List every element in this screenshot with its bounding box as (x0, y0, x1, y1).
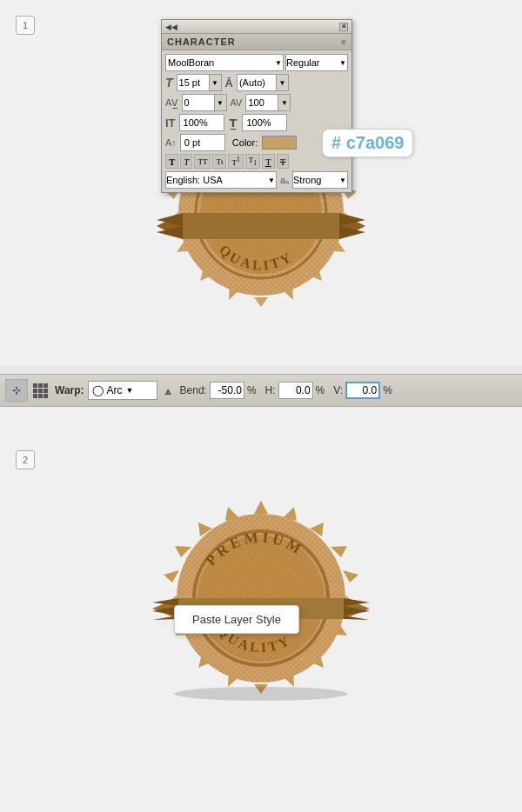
leading-field: ▼ (237, 74, 289, 91)
kerning-input[interactable] (183, 97, 214, 108)
font-size-input[interactable] (177, 77, 209, 88)
horiz-scale-icon: T̲ (230, 116, 238, 130)
language-wrapper: English: USA ▼ (165, 171, 277, 189)
type-btn-italic[interactable]: T (180, 154, 192, 169)
size-leading-row: T ▼ Ā ▼ (165, 74, 348, 91)
panel-menu-icon[interactable]: ≡ (341, 37, 346, 47)
panel-titlebar: ◀◀ ✕ (162, 20, 351, 34)
font-size-icon: T (165, 76, 173, 90)
warp-v-group: V: % (333, 382, 392, 399)
badge2-svg: PREMIUM QUALITY (122, 469, 400, 730)
font-row: MoolBoran ▼ Regular ▼ (165, 54, 348, 71)
color-swatch[interactable] (262, 136, 297, 150)
tracking-input[interactable] (246, 97, 278, 108)
svg-marker-9 (254, 297, 268, 307)
v-label: V: (333, 384, 343, 396)
step2-number: 2 (16, 450, 35, 469)
panel-close-button[interactable]: ✕ (339, 23, 348, 31)
warp-style-icon: ◯ (92, 384, 104, 396)
antialias-label: aₐ (280, 175, 289, 186)
type-btn-strikethrough[interactable]: T (277, 154, 290, 169)
vert-scale-field[interactable]: 100% (179, 114, 224, 131)
paste-layer-style-tooltip[interactable]: Paste Layer Style (174, 605, 299, 634)
warp-label: Warp: (55, 384, 84, 396)
h-pct: % (316, 384, 325, 396)
type-btn-sub[interactable]: T1 (245, 154, 260, 169)
h-label: H: (265, 384, 276, 396)
svg-marker-37 (343, 570, 358, 582)
svg-point-65 (174, 687, 348, 701)
font-size-arrow[interactable]: ▼ (209, 75, 221, 90)
badge2-container: PREMIUM QUALITY (70, 417, 452, 782)
type-btn-allcaps[interactable]: TT (194, 154, 211, 169)
svg-marker-24 (183, 213, 339, 239)
bend-input[interactable] (210, 382, 244, 399)
leading-icon: Ā (225, 77, 233, 90)
tracking-icon: AV (231, 97, 243, 108)
warp-toolbar: ⊹ Warp: ◯ Arc ▼ ⟁ Bend: % H: % V: % (0, 374, 522, 407)
warp-h-group: H: % (265, 382, 325, 399)
v-input[interactable] (345, 382, 380, 399)
lang-row: English: USA ▼ aₐ Strong ▼ (165, 171, 348, 189)
horiz-scale-field[interactable]: 100% (242, 114, 287, 131)
antialias-select[interactable]: Strong (292, 171, 348, 189)
warp-transform-icon: ⟁ (164, 383, 171, 397)
type-buttons-row: T T TT Tt T1 T1 T T (165, 154, 348, 169)
kerning-tracking-row: AV̲ ▼ AV ▼ (165, 94, 348, 111)
panel-header: CHARACTER ≡ (162, 34, 351, 50)
baseline-icon: A↑ (165, 137, 177, 148)
font-style-select[interactable]: Regular (285, 54, 348, 71)
warp-bend-group: Bend: % (180, 382, 257, 399)
baseline-field[interactable]: 0 pt (180, 134, 225, 151)
font-family-wrapper: MoolBoran ▼ (165, 54, 284, 71)
bend-label: Bend: (180, 384, 207, 396)
leading-input[interactable] (238, 77, 276, 88)
font-style-wrapper: Regular ▼ (285, 54, 348, 71)
tracking-field: ▼ (245, 94, 291, 111)
panel-collapse-arrows[interactable]: ◀◀ (165, 23, 177, 31)
hex-tooltip: # c7a069 (322, 129, 413, 157)
type-btn-super[interactable]: T1 (228, 154, 243, 169)
vert-scale-icon: IT (165, 116, 176, 130)
panel-title: CHARACTER (167, 37, 236, 47)
font-size-field: ▼ (177, 74, 222, 91)
type-btn-underline[interactable]: T (262, 154, 275, 169)
antialias-wrapper: Strong ▼ (292, 171, 348, 189)
kerning-arrow[interactable]: ▼ (214, 95, 226, 110)
character-panel: ◀◀ ✕ CHARACTER ≡ MoolBoran ▼ Regular ▼ T (161, 19, 352, 193)
svg-marker-47 (164, 570, 179, 582)
v-pct: % (383, 384, 392, 396)
h-input[interactable] (278, 382, 313, 399)
panel-body: MoolBoran ▼ Regular ▼ T ▼ Ā ▼ (162, 50, 351, 192)
warp-style-dropdown-arrow[interactable]: ▼ (126, 386, 134, 395)
language-select[interactable]: English: USA (165, 171, 277, 189)
svg-marker-64 (344, 616, 370, 620)
kerning-icon: AV̲ (165, 97, 178, 109)
scale-row: IT 100% T̲ 100% (165, 114, 348, 131)
bend-pct: % (247, 384, 257, 396)
baseline-color-row: A↑ 0 pt Color: (165, 134, 348, 151)
type-btn-smallcaps[interactable]: Tt (212, 154, 226, 169)
color-label: Color: (232, 137, 258, 148)
kerning-field: ▼ (182, 94, 227, 111)
warp-grid-icon[interactable] (33, 383, 48, 398)
tracking-arrow[interactable]: ▼ (278, 95, 290, 110)
font-family-select[interactable]: MoolBoran (165, 54, 284, 71)
warp-style-name: Arc (107, 384, 123, 396)
svg-marker-33 (254, 501, 268, 514)
warp-style-selector[interactable]: ◯ Arc ▼ (88, 381, 157, 400)
move-tool-icon[interactable]: ⊹ (5, 379, 28, 402)
leading-arrow[interactable]: ▼ (276, 75, 288, 90)
type-btn-bold[interactable]: T (165, 154, 178, 169)
step1-number: 1 (16, 16, 35, 35)
